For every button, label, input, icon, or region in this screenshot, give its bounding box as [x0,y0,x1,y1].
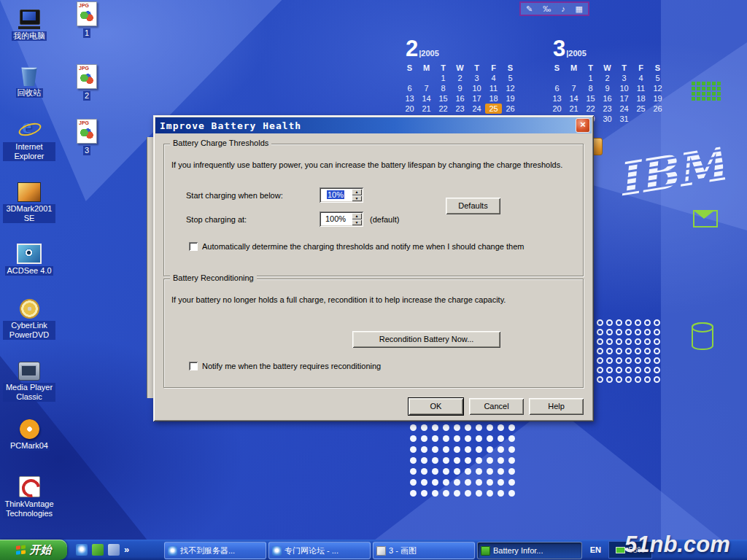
desktop-icon-thinkvantage[interactable]: ThinkVantage Technologies [3,472,55,518]
dialog-titlebar[interactable]: Improve Battery Health × [155,117,592,133]
taskbar-task-forum[interactable]: 专门网论坛 - ... [268,542,371,559]
recondition-battery-now-button[interactable]: Recondition Battery Now... [352,331,500,348]
dot [465,490,471,497]
calendar-day-cell: 9 [599,83,616,93]
internet-explorer-icon [18,117,40,140]
start-threshold-spinbox[interactable]: 10% [320,187,363,203]
dot [487,490,493,497]
taskbar-task-server-not-found[interactable]: 找不到服务器... [164,542,266,559]
desktop-icon-3dmark2001[interactable]: 3DMark2001 SE [3,177,55,223]
spin-down-button[interactable] [352,219,362,226]
task-label: 专门网论坛 - ... [285,545,338,556]
percent-icon[interactable]: ‰ [543,4,551,14]
icon-label: 3 [83,146,90,155]
group-title: Battery Charge Thresholds [170,139,271,147]
cancel-button[interactable]: Cancel [469,398,524,415]
icon-label: Media Player Classic [3,383,55,402]
calendar-day-cell: 6 [549,83,565,93]
close-button[interactable]: × [576,118,590,133]
dot [410,446,417,453]
dot [625,376,632,383]
quicklaunch-chevron-icon[interactable]: » [124,544,129,556]
desktop-icon-internet-explorer[interactable]: Internet Explorer [3,115,55,161]
dot [421,457,427,464]
calendar-day-header: S [549,63,565,73]
desktop-icon-my-computer[interactable]: 我的电脑 [3,4,55,41]
spin-down-button[interactable] [352,195,362,202]
checkbox-box[interactable] [189,362,198,370]
dot [712,92,716,96]
desktop-icon-pcmark04[interactable]: PCMark04 [3,414,55,451]
notify-reconditioning-checkbox[interactable]: Notify me when the battery requires reco… [189,362,568,370]
dot [487,457,493,464]
dot [717,97,721,101]
desktop-icon-jpg-2[interactable]: JPG 2 [64,64,109,101]
desktop-icon-powerdvd[interactable]: CyberLink PowerDVD [3,294,55,340]
desktop-icon-media-player-classic[interactable]: Media Player Classic [3,356,55,402]
start-button[interactable]: 开始 [0,540,67,560]
help-button[interactable]: Help [529,398,584,415]
my-computer-icon [18,9,40,29]
dot [644,319,651,326]
floating-toolbar[interactable]: ✎ ‰ ♪ ▦ [519,1,589,16]
quicklaunch-ie-icon[interactable] [76,544,88,556]
spin-up-button[interactable] [352,189,362,195]
dot [432,468,438,475]
dot [597,357,603,364]
pen-icon[interactable]: ✎ [526,4,533,14]
calendar-day-header: W [599,63,616,73]
dot [498,424,504,431]
grid-icon[interactable]: ▦ [576,4,583,14]
calendar-day-cell: 21 [418,104,435,114]
task-label: Battery Infor... [493,546,543,555]
calendar-day-cell: 12 [649,83,666,93]
icon-label: ThinkVantage Technologies [3,499,55,518]
calendar-day-cell [632,114,649,124]
dot [465,435,471,442]
taskbar-task-paint[interactable]: 3 - 画图 [373,542,475,559]
dot [697,92,700,96]
calendar-day-cell: 8 [582,83,599,93]
calendar-day-cell: 3 [616,73,632,83]
dot [465,468,471,475]
auto-determine-checkbox[interactable]: Automatically determine the charging thr… [189,242,568,251]
desktop-icon-jpg-3[interactable]: JPG 3 [64,119,109,155]
calendar-day-cell: 5 [502,73,519,83]
dot [616,357,622,364]
quicklaunch-show-desktop-icon[interactable] [108,544,120,556]
dot [421,435,427,442]
calendar-day-cell: 16 [599,93,616,104]
calendar-day-cell: 17 [616,93,632,104]
ok-button[interactable]: OK [409,398,463,415]
desktop-icon-jpg-1[interactable]: JPG 1 [64,1,109,38]
calendar-day-cell: 15 [435,93,452,104]
spin-up-button[interactable] [352,213,362,219]
desktop-icon-recycle-bin[interactable]: 回收站 [3,61,55,98]
start-threshold-value[interactable]: 10% [320,187,352,203]
stop-threshold-spinbox[interactable]: 100% [320,211,363,227]
calendar-day-cell: 13 [549,93,565,104]
calendar-day-header: F [632,63,649,73]
quicklaunch-media-icon[interactable] [92,544,104,556]
calendar-day-cell: 31 [616,114,632,124]
dot [702,92,705,96]
dot [432,490,438,497]
calendar-day-cell: 6 [401,83,418,93]
calendar-day-header: M [418,63,435,73]
dot [692,92,695,96]
note-icon[interactable]: ♪ [561,4,565,14]
dot [465,446,471,453]
language-indicator[interactable]: EN [590,545,601,554]
spinner-buttons [352,187,363,203]
stop-threshold-value[interactable]: 100% [320,211,352,227]
dialog-body: Battery Charge Thresholds If you infrequ… [155,136,592,419]
dot [465,479,471,486]
checkbox-box[interactable] [189,242,198,251]
dot [487,468,493,475]
dot [635,376,641,383]
taskbar-task-battery-information[interactable]: Battery Infor... [477,542,582,559]
dot [597,367,603,373]
desktop-icon-acdsee[interactable]: ACDSee 4.0 [3,239,55,276]
defaults-button[interactable]: Defaults [446,198,500,214]
reconditioning-description: If your battery no longer holds a full c… [171,295,577,304]
